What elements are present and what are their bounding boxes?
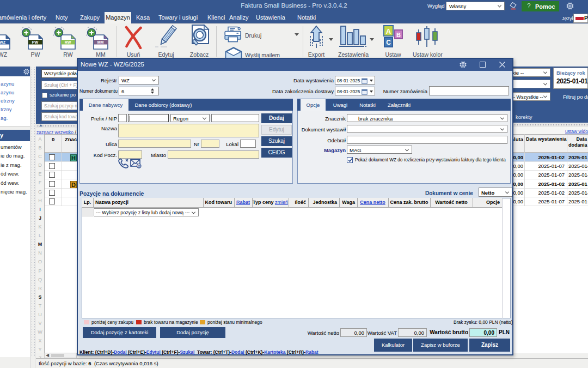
- svg-text:MM: MM: [97, 40, 104, 44]
- svg-text:@: @: [137, 164, 141, 168]
- svg-text:C: C: [386, 39, 391, 46]
- svg-text:RW: RW: [65, 40, 71, 44]
- svg-text:A: A: [386, 27, 391, 35]
- svg-text:B: B: [396, 32, 401, 38]
- svg-text:PW: PW: [32, 40, 39, 44]
- svg-text:WZ: WZ: [0, 40, 6, 44]
